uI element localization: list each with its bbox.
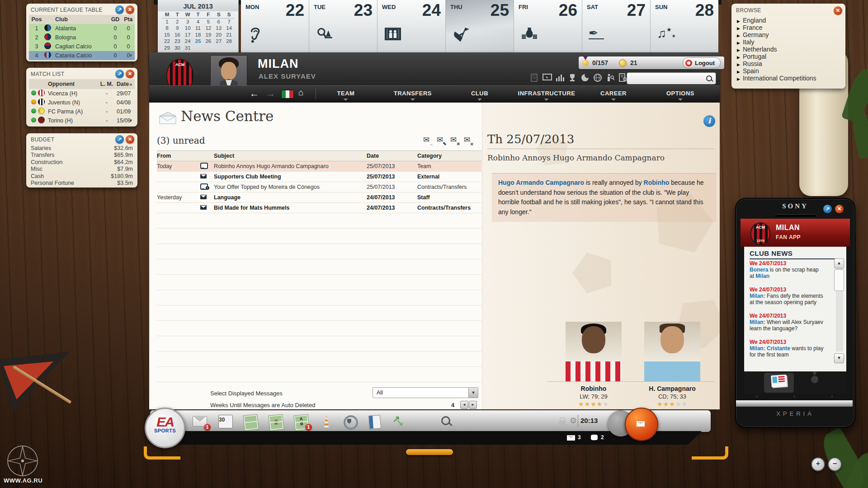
- browse-item-international[interactable]: ▶International Competitions: [731, 75, 845, 82]
- table-row[interactable]: 3 Cagliari Calcio00: [29, 42, 135, 51]
- chevron-down-icon[interactable]: ▼: [468, 388, 478, 398]
- scroll-down-button[interactable]: ▼: [834, 353, 844, 363]
- mail-compose-icon[interactable]: ✉✎: [434, 135, 446, 145]
- close-button[interactable]: ✕: [835, 205, 844, 213]
- scroll-down-icon[interactable]: ▼: [129, 118, 133, 123]
- nav-transfers[interactable]: TRANSFERS: [394, 86, 432, 103]
- table-row[interactable]: 2 Bologna00: [29, 33, 135, 42]
- table-row-selected[interactable]: 4 Catania Calcio00 ▼: [29, 51, 135, 60]
- gear-icon[interactable]: ⚙: [570, 416, 577, 426]
- match-row[interactable]: Torino (H)-15/09 ▼: [29, 116, 135, 125]
- squad-icon[interactable]: [242, 413, 259, 430]
- browse-item-portugal[interactable]: ▶Portugal: [731, 53, 845, 60]
- calendar-week[interactable]: 22232425262728: [158, 38, 238, 45]
- notes-icon[interactable]: [530, 73, 540, 82]
- center-handle[interactable]: [406, 449, 453, 455]
- browse-item-france[interactable]: ▶France: [731, 24, 845, 31]
- search-input[interactable]: [627, 75, 706, 82]
- day-cell-wed[interactable]: WED 24: [377, 0, 446, 52]
- news-tab-icon[interactable]: [771, 375, 787, 387]
- expand-button[interactable]: ↗: [115, 135, 124, 144]
- calendar-icon[interactable]: 30: [217, 413, 233, 430]
- expand-button[interactable]: ↗: [823, 205, 832, 213]
- club-news-item[interactable]: We 24/07/2013 Bonera is on the scrap hea…: [750, 260, 824, 279]
- close-button[interactable]: ✕: [126, 70, 134, 78]
- browse-item-netherlands[interactable]: ▶Netherlands: [731, 46, 845, 53]
- player-link[interactable]: Robinho: [644, 179, 670, 186]
- world-icon[interactable]: [593, 73, 603, 82]
- nav-career[interactable]: CAREER: [600, 86, 627, 103]
- increase-weeks-button[interactable]: ►: [469, 401, 477, 409]
- open-mail-button[interactable]: [625, 408, 658, 441]
- home-icon[interactable]: ⌂: [298, 88, 303, 98]
- day-cell-tue[interactable]: TUE 23: [309, 0, 377, 52]
- day-cell-fri[interactable]: FRI 26: [514, 0, 582, 52]
- logout-button[interactable]: ◉ Logout: [683, 57, 721, 68]
- day-cell-sat[interactable]: SAT 27 ✒: [582, 0, 651, 52]
- message-row[interactable]: Supporters Club Meeting 25/07/2013 Exter…: [157, 172, 481, 182]
- calendar-week[interactable]: 15161718192021: [158, 32, 238, 38]
- italy-flag-icon[interactable]: [281, 90, 294, 99]
- match-row[interactable]: FC Parma (A)-01/09: [29, 107, 135, 116]
- transfers-icon[interactable]: ↗↘: [391, 413, 407, 430]
- browse-item-italy[interactable]: ▶Italy: [731, 38, 845, 46]
- statistics-icon[interactable]: [555, 73, 565, 82]
- scroll-up-icon[interactable]: ▲: [129, 82, 133, 86]
- expand-button[interactable]: ↗: [115, 70, 124, 78]
- club-news-item[interactable]: We 24/07/2013 Milan: Fans defy the eleme…: [750, 286, 824, 305]
- day-cell-thu-selected[interactable]: THU 25: [446, 0, 514, 52]
- browse-item-germany[interactable]: ▶Germany: [731, 31, 845, 38]
- player-card-robinho[interactable]: Robinho LW; 79; 29 ★★★★★: [564, 322, 623, 408]
- scout-icon[interactable]: [606, 73, 616, 82]
- match-row[interactable]: Juventus (N)-04/08: [29, 98, 135, 107]
- expand-button[interactable]: ↗: [115, 5, 124, 14]
- club-crest-icon[interactable]: [342, 413, 358, 430]
- nav-team[interactable]: TEAM: [337, 86, 355, 103]
- scroll-up-icon[interactable]: ▲: [129, 17, 133, 22]
- unlock-icon[interactable]: [559, 420, 566, 425]
- calendar-week[interactable]: 1234567: [158, 19, 238, 25]
- message-row[interactable]: ! Your Offer Topped by Moreira de Cónego…: [157, 182, 481, 192]
- club-news-item[interactable]: We 24/07/2013 Milan: When will Alex Sury…: [750, 313, 824, 332]
- search-icon[interactable]: [706, 75, 712, 81]
- achievements-tab-icon[interactable]: [811, 376, 818, 383]
- day-cell-sun[interactable]: SUN 28 ♫★★: [651, 0, 718, 52]
- message-row-selected[interactable]: Today Robinho Annoys Hugo Armando Campag…: [157, 161, 481, 172]
- decrease-weeks-button[interactable]: ◄: [460, 401, 468, 409]
- player-card-campagnaro[interactable]: H. Campagnaro CD; 75; 33 ★★★★★: [643, 322, 702, 408]
- messages-icon[interactable]: 1: [192, 413, 208, 430]
- browse-item-england[interactable]: ▶England: [731, 17, 845, 24]
- close-button[interactable]: ✕: [126, 5, 134, 14]
- messages-filter-dropdown[interactable]: All ▼: [373, 387, 478, 398]
- mail-forward-icon[interactable]: ✉→: [420, 135, 432, 145]
- nav-infrastructure[interactable]: INFRASTRUCTURE: [518, 86, 576, 103]
- mail-delete-icon[interactable]: ✉✕: [448, 135, 459, 145]
- message-row[interactable]: Yesterday Language 24/07/2013 Staff: [157, 192, 481, 203]
- table-row[interactable]: 1 Atalanta00: [29, 24, 135, 33]
- info-button[interactable]: i: [703, 115, 715, 127]
- nav-club[interactable]: CLUB: [471, 86, 488, 103]
- forward-icon[interactable]: →: [266, 88, 275, 99]
- day-cell-mon[interactable]: MON 22: [241, 0, 309, 52]
- scroll-down-icon[interactable]: ▼: [129, 53, 133, 58]
- close-button[interactable]: ✕: [126, 135, 134, 144]
- browse-item-russia[interactable]: ▶Russia: [731, 60, 845, 67]
- message-row[interactable]: Bid Made for Mats Hummels 24/07/2013 Con…: [157, 203, 481, 213]
- player-link[interactable]: Hugo Armando Campagnaro: [498, 179, 584, 186]
- month-calendar[interactable]: JUL 2013 MTWTFSS 1234567 891011121314 15…: [158, 0, 239, 52]
- office-icon[interactable]: [366, 413, 382, 430]
- message-table-header[interactable]: FromSubjectDateCategory: [157, 150, 481, 161]
- second-team-icon[interactable]: 2: [268, 413, 284, 430]
- monitor-icon[interactable]: [542, 73, 552, 82]
- tactics-icon[interactable]: AB1: [293, 413, 309, 430]
- zoom-in-button[interactable]: +: [811, 457, 825, 471]
- match-row[interactable]: Vicenza (H)-29/07: [29, 89, 135, 98]
- mail-delete-all-icon[interactable]: ✉⨯: [461, 135, 473, 145]
- close-button[interactable]: ✕: [834, 6, 842, 15]
- training-icon[interactable]: [318, 413, 335, 430]
- calendar-week[interactable]: 293031: [158, 45, 238, 52]
- scroll-up-button[interactable]: ▲: [834, 258, 844, 268]
- calendar-week[interactable]: 891011121314: [158, 25, 238, 32]
- search-tool-icon[interactable]: [438, 413, 454, 430]
- scrollbar-thumb[interactable]: [834, 269, 844, 291]
